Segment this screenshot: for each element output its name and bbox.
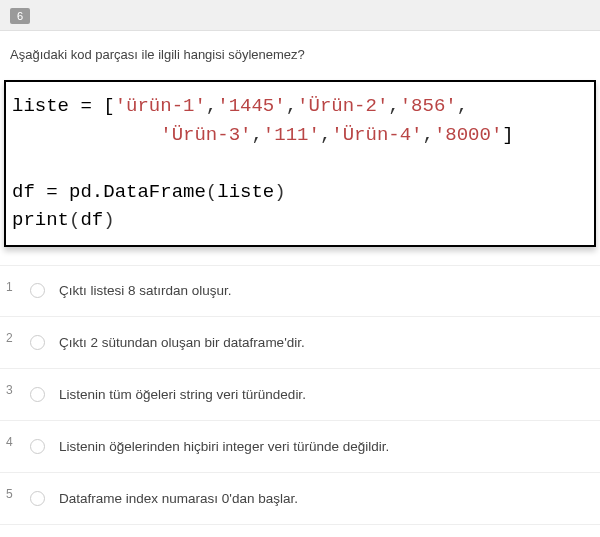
answer-text: Çıktı 2 sütundan oluşan bir dataframe'di… <box>59 335 305 350</box>
code-token: , <box>423 124 434 146</box>
answer-option[interactable]: 2 Çıktı 2 sütundan oluşan bir dataframe'… <box>0 317 600 369</box>
code-token: liste <box>12 95 69 117</box>
code-token: , <box>388 95 399 117</box>
answer-number: 1 <box>6 280 30 294</box>
code-string: '111' <box>263 124 320 146</box>
code-token: liste <box>217 181 274 203</box>
code-token: , <box>251 124 262 146</box>
code-string: '856' <box>400 95 457 117</box>
code-token: , <box>457 95 468 117</box>
code-token <box>12 124 160 146</box>
code-string: 'Ürün-4' <box>331 124 422 146</box>
radio-icon[interactable] <box>30 387 45 402</box>
radio-icon[interactable] <box>30 439 45 454</box>
code-token: = <box>69 95 103 117</box>
answer-number: 3 <box>6 383 30 397</box>
answer-option[interactable]: 1 Çıktı listesi 8 satırdan oluşur. <box>0 265 600 317</box>
code-token: pd.DataFrame <box>69 181 206 203</box>
code-token: [ <box>103 95 114 117</box>
question-text: Aşağıdaki kod parçası ile ilgili hangisi… <box>0 31 600 80</box>
answer-text: Listenin öğelerinden hiçbiri integer ver… <box>59 439 389 454</box>
answer-text: Çıktı listesi 8 satırdan oluşur. <box>59 283 232 298</box>
answers-list: 1 Çıktı listesi 8 satırdan oluşur. 2 Çık… <box>0 265 600 525</box>
code-token: ) <box>274 181 285 203</box>
code-token: , <box>286 95 297 117</box>
radio-icon[interactable] <box>30 335 45 350</box>
code-string: '8000' <box>434 124 502 146</box>
code-token: ) <box>103 209 114 231</box>
answer-option[interactable]: 4 Listenin öğelerinden hiçbiri integer v… <box>0 421 600 473</box>
code-token: = <box>35 181 69 203</box>
answer-option[interactable]: 5 Dataframe index numarası 0'dan başlar. <box>0 473 600 525</box>
code-token: ( <box>69 209 80 231</box>
code-token: df <box>80 209 103 231</box>
code-string: 'ürün-1' <box>115 95 206 117</box>
code-token: ( <box>206 181 217 203</box>
code-token: , <box>206 95 217 117</box>
radio-icon[interactable] <box>30 283 45 298</box>
question-header: 6 <box>0 0 600 31</box>
code-token: print <box>12 209 69 231</box>
answer-number: 5 <box>6 487 30 501</box>
code-blank-line <box>12 152 23 174</box>
answer-text: Listenin tüm öğeleri string veri türünde… <box>59 387 306 402</box>
code-string: '1445' <box>217 95 285 117</box>
radio-icon[interactable] <box>30 491 45 506</box>
code-string: 'Ürün-3' <box>160 124 251 146</box>
code-token: ] <box>502 124 513 146</box>
answer-number: 4 <box>6 435 30 449</box>
question-number-badge: 6 <box>10 8 30 24</box>
code-block: liste = ['ürün-1','1445','Ürün-2','856',… <box>4 80 596 247</box>
code-token: , <box>320 124 331 146</box>
answer-option[interactable]: 3 Listenin tüm öğeleri string veri türün… <box>0 369 600 421</box>
code-string: 'Ürün-2' <box>297 95 388 117</box>
answer-number: 2 <box>6 331 30 345</box>
answer-text: Dataframe index numarası 0'dan başlar. <box>59 491 298 506</box>
code-token: df <box>12 181 35 203</box>
